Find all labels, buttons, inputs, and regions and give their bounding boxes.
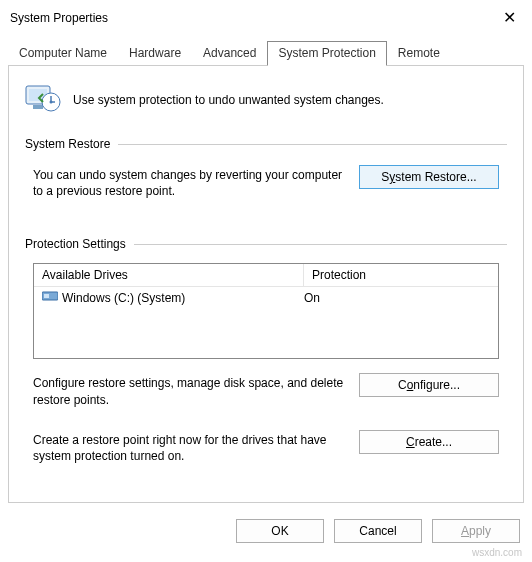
svg-rect-8 — [44, 294, 49, 298]
col-protection[interactable]: Protection — [304, 264, 498, 287]
apply-button[interactable]: Apply — [432, 519, 520, 543]
tab-page-system-protection: Use system protection to undo unwanted s… — [8, 65, 524, 503]
drives-table[interactable]: Available Drives Protection Windows (C:)… — [33, 263, 499, 359]
window-title: System Properties — [10, 11, 108, 25]
configure-desc: Configure restore settings, manage disk … — [33, 373, 345, 407]
create-button[interactable]: Create... — [359, 430, 499, 454]
table-row[interactable]: Windows (C:) (System) On — [34, 287, 498, 308]
titlebar: System Properties ✕ — [0, 0, 532, 35]
system-restore-desc: You can undo system changes by reverting… — [33, 165, 345, 199]
system-restore-legend: System Restore — [25, 137, 507, 151]
create-desc: Create a restore point right now for the… — [33, 430, 345, 464]
drive-protection-status: On — [304, 291, 490, 305]
tab-system-protection[interactable]: System Protection — [267, 41, 386, 66]
close-icon[interactable]: ✕ — [497, 6, 522, 29]
legend-divider — [118, 144, 507, 145]
tab-computer-name[interactable]: Computer Name — [8, 41, 118, 65]
svg-rect-2 — [33, 105, 43, 109]
legend-text: System Restore — [25, 137, 110, 151]
intro-text: Use system protection to undo unwanted s… — [73, 93, 384, 107]
legend-divider — [134, 244, 507, 245]
drive-name: Windows (C:) (System) — [62, 291, 185, 305]
watermark: wsxdn.com — [472, 547, 522, 558]
ok-button[interactable]: OK — [236, 519, 324, 543]
tab-hardware[interactable]: Hardware — [118, 41, 192, 65]
tab-advanced[interactable]: Advanced — [192, 41, 267, 65]
col-available-drives[interactable]: Available Drives — [34, 264, 304, 287]
intro-row: Use system protection to undo unwanted s… — [25, 80, 507, 119]
dialog-buttons: OK Cancel Apply — [0, 511, 532, 543]
system-restore-button[interactable]: System Restore... — [359, 165, 499, 189]
tab-remote[interactable]: Remote — [387, 41, 451, 65]
legend-text: Protection Settings — [25, 237, 126, 251]
configure-button[interactable]: Configure... — [359, 373, 499, 397]
cancel-button[interactable]: Cancel — [334, 519, 422, 543]
disk-icon — [42, 290, 58, 305]
protection-settings-legend: Protection Settings — [25, 237, 507, 251]
drives-header: Available Drives Protection — [34, 264, 498, 287]
system-protection-icon — [25, 80, 61, 119]
tabstrip: Computer Name Hardware Advanced System P… — [0, 35, 532, 65]
